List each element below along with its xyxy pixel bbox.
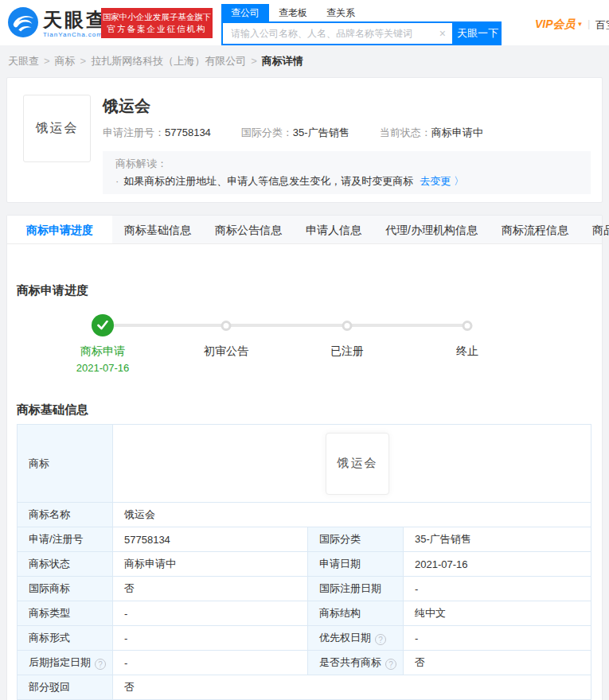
step-label-3: 终止	[456, 344, 478, 359]
info-label: 国际注册日期	[308, 577, 404, 601]
search-tab-2[interactable]: 查关系	[317, 4, 365, 21]
info-label-text: 国际分类	[319, 533, 361, 545]
info-label-text: 商标状态	[29, 558, 70, 570]
trademark-note-box: 商标解读： ·如果商标的注册地址、申请人等信息发生变化，请及时变更商标去变更 〉	[103, 151, 591, 194]
tianyancha-logo[interactable]: 天眼查 TianYanCha.com	[8, 7, 107, 41]
breadcrumb-item-1[interactable]: 商标	[55, 55, 76, 67]
badge-line1: 国家中小企业发展子基金旗下	[101, 11, 213, 23]
breadcrumb: 天眼查>商标>拉扎斯网络科技（上海）有限公司>商标详情	[8, 54, 303, 68]
step-label-0: 商标申请	[80, 344, 125, 359]
change-link[interactable]: 去变更 〉	[420, 175, 464, 187]
table-row: 商标饿运会	[18, 425, 591, 503]
info-label: 商标结构	[308, 601, 404, 626]
vip-member-link[interactable]: VIP会员▼	[535, 18, 584, 32]
site-header: 天眼查 TianYanCha.com 国家中小企业发展子基金旗下 官方备案企业征…	[0, 0, 609, 45]
info-label: 申请/注册号	[18, 527, 113, 552]
info-label-text: 优先权日期	[319, 632, 371, 644]
tab-5[interactable]: 商标流程信息	[490, 216, 580, 243]
info-label: 商标形式	[18, 626, 113, 651]
summary-field-label: 申请注册号：	[103, 126, 165, 138]
info-label: 商标类型	[18, 601, 113, 626]
info-label: 是否共有商标?	[308, 651, 404, 675]
search-input[interactable]	[223, 23, 422, 44]
info-label: 后期指定日期?	[18, 651, 113, 675]
breadcrumb-item-2[interactable]: 拉扎斯网络科技（上海）有限公司	[91, 55, 246, 67]
brand-name: 天眼查	[43, 10, 107, 29]
info-label-text: 是否共有商标	[319, 656, 381, 668]
clear-icon[interactable]: ×	[439, 27, 446, 40]
search-tab-0[interactable]: 查公司	[221, 4, 269, 21]
tab-3[interactable]: 申请人信息	[294, 216, 373, 243]
section-title-progress: 商标申请进度	[17, 282, 592, 298]
info-label: 优先权日期?	[308, 626, 404, 651]
table-row: 商标类型-商标结构纯中文	[18, 601, 591, 626]
tab-4[interactable]: 代理/办理机构信息	[373, 216, 490, 243]
tab-6[interactable]: 商品/服务项目	[580, 216, 609, 243]
tianyancha-logo-icon	[8, 7, 38, 41]
search-tab-1[interactable]: 查老板	[269, 4, 317, 21]
info-label: 部分驳回	[18, 675, 113, 700]
info-label-text: 国际商标	[29, 582, 70, 594]
trademark-summary-card: 饿运会 饿运会 申请注册号：57758134国际分类：35-广告销售当前状态：商…	[6, 77, 603, 203]
breadcrumb-item-0[interactable]: 天眼查	[8, 55, 39, 67]
info-value: 35-广告销售	[404, 527, 591, 552]
summary-field-value: 商标申请中	[431, 126, 483, 138]
breadcrumb-separator: >	[80, 55, 87, 67]
certification-badge: 国家中小企业发展子基金旗下 官方备案企业征信机构	[101, 8, 213, 38]
search-button[interactable]: 天眼一下	[454, 21, 502, 45]
info-label-text: 后期指定日期	[29, 656, 91, 668]
summary-field-2: 当前状态：商标申请中	[380, 126, 483, 140]
tab-1[interactable]: 商标基础信息	[112, 216, 203, 243]
tab-2[interactable]: 商标公告信息	[203, 216, 294, 243]
step-dot-icon	[221, 321, 232, 331]
step-dot-icon	[463, 321, 473, 331]
table-row: 部分驳回否	[18, 675, 591, 700]
summary-field-value: 57758134	[165, 126, 211, 138]
info-label: 商标状态	[18, 552, 113, 577]
trademark-image-cell: 饿运会	[113, 425, 591, 503]
info-label-text: 商标类型	[29, 607, 70, 619]
note-bullet: ·	[115, 175, 119, 187]
step-dot-icon	[342, 321, 353, 331]
info-value: 否	[113, 675, 591, 700]
badge-line2: 官方备案企业征信机构	[101, 23, 213, 35]
info-value: -	[404, 626, 591, 651]
info-label-text: 国际注册日期	[319, 582, 381, 594]
tab-0[interactable]: 商标申请进度	[7, 216, 112, 243]
search-tabs: 查公司查老板查关系	[221, 4, 502, 21]
trademark-logo-box: 饿运会	[23, 95, 91, 162]
table-row: 国际商标否国际注册日期-	[18, 577, 591, 601]
table-row: 商标形式-优先权日期?-	[18, 626, 591, 651]
toolbox-link[interactable]: 百宝箱	[595, 18, 609, 33]
info-label-text: 商标形式	[29, 632, 70, 644]
help-icon[interactable]: ?	[95, 659, 106, 670]
note-text: 如果商标的注册地址、申请人等信息发生变化，请及时变更商标	[123, 175, 413, 187]
trademark-detail-card: 商标申请进度商标基础信息商标公告信息申请人信息代理/办理机构信息商标流程信息商品…	[6, 215, 603, 700]
info-value: -	[113, 651, 308, 675]
info-label-text: 商标	[29, 457, 49, 469]
section-title-basic-info: 商标基础信息	[17, 402, 592, 418]
info-value: -	[113, 626, 308, 651]
info-label-text: 部分驳回	[29, 681, 70, 693]
summary-field-label: 当前状态：	[380, 126, 431, 138]
info-value: 商标申请中	[113, 552, 308, 577]
info-value: -	[404, 577, 591, 601]
basic-info-table: 商标饿运会商标名称饿运会申请/注册号57758134国际分类35-广告销售商标状…	[17, 424, 591, 700]
info-value: -	[113, 601, 308, 626]
info-value: 否	[113, 577, 308, 601]
note-title: 商标解读：	[115, 158, 578, 170]
info-value: 否	[404, 651, 591, 675]
step-done-check-icon	[92, 314, 114, 336]
summary-field-0: 申请注册号：57758134	[103, 126, 211, 140]
help-icon[interactable]: ?	[385, 659, 396, 670]
info-label-text: 商标结构	[319, 607, 361, 619]
breadcrumb-separator: >	[44, 55, 50, 67]
table-row: 商标状态商标申请中申请日期2021-07-16	[18, 552, 591, 577]
info-value: 纯中文	[404, 601, 591, 626]
info-label-text: 申请/注册号	[29, 533, 84, 545]
breadcrumb-current: 商标详情	[262, 55, 303, 67]
application-timeline: 商标申请2021-07-16初审公告已注册终止	[17, 308, 592, 387]
breadcrumb-separator: >	[251, 55, 257, 67]
help-icon[interactable]: ?	[375, 634, 386, 645]
detail-tabbar: 商标申请进度商标基础信息商标公告信息申请人信息代理/办理机构信息商标流程信息商品…	[7, 216, 602, 244]
